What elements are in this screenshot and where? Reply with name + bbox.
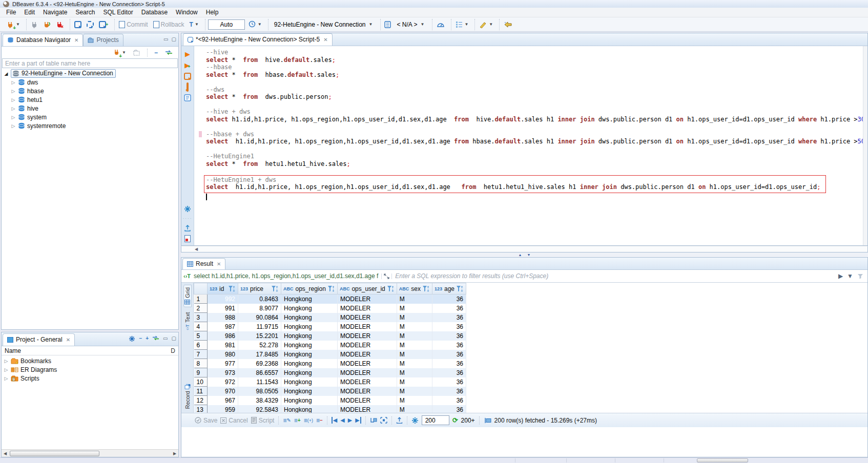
tree-item-connection-root[interactable]: ◢92-HetuEngine - New Connection [2, 69, 178, 78]
filter-sort-icon[interactable] [423, 286, 430, 292]
expander-icon[interactable]: ▷ [11, 97, 16, 102]
collapse-all-icon[interactable]: − [139, 335, 142, 342]
table-row[interactable]: 698152.278HongkongMODELERM36 [194, 341, 466, 350]
table-row[interactable]: 29918.9077HongkongMODELERM36 [194, 304, 466, 313]
maximize-panel-icon[interactable]: ▢ [172, 36, 176, 42]
table-filter-input[interactable]: Enter a part of table name here [2, 58, 178, 68]
cancel-button[interactable]: Cancel [220, 417, 247, 424]
gear-icon[interactable] [129, 335, 135, 342]
gear-icon[interactable] [184, 205, 191, 213]
cell-age[interactable]: 36 [432, 368, 466, 377]
export-data-icon[interactable] [396, 417, 403, 424]
schema-selector[interactable]: < N/A > ▼ [394, 20, 427, 29]
row-number[interactable]: 4 [194, 322, 208, 331]
cell-age[interactable]: 36 [432, 359, 466, 368]
row-number[interactable]: 8 [194, 359, 208, 368]
execute-script-icon[interactable] [184, 73, 191, 80]
cell-ops_user_id[interactable]: MODELER [337, 350, 397, 359]
cell-sex[interactable]: M [397, 387, 432, 396]
fetch-more-label[interactable]: 200+ [461, 417, 475, 424]
tree-item-database-hbase[interactable]: ▷hbase [2, 87, 178, 95]
tasks-list-button[interactable]: ▼ [454, 20, 470, 29]
script-button[interactable]: Script [251, 417, 275, 424]
minimize-panel-icon[interactable]: ▭ [163, 36, 168, 42]
link-with-editor-button[interactable] [163, 49, 174, 56]
commit-button[interactable]: Commit [117, 20, 149, 29]
cell-id[interactable]: 972 [208, 377, 238, 387]
transaction-history-button[interactable]: ▼ [247, 19, 263, 29]
view-tab-record[interactable]: Record [184, 382, 191, 411]
recent-sql-editor-button[interactable] [85, 20, 95, 29]
cell-ops_region[interactable]: Hongkong [281, 304, 338, 313]
expander-icon[interactable]: ▷ [4, 359, 9, 364]
column-header-price[interactable]: 123price [238, 283, 281, 294]
menu-database[interactable]: Database [137, 8, 172, 17]
scroll-right-icon[interactable]: ▶ [171, 451, 178, 456]
scrollbar-thumb[interactable] [10, 451, 99, 456]
link-with-editor-icon[interactable] [152, 335, 159, 342]
cell-ops_user_id[interactable]: MODELER [337, 396, 397, 405]
cell-ops_region[interactable]: Hongkong [281, 313, 338, 322]
cell-id[interactable]: 981 [208, 341, 238, 350]
cell-ops_user_id[interactable]: MODELER [337, 322, 397, 331]
sql-format-button[interactable]: ▼ [478, 20, 494, 29]
last-row-icon[interactable]: ▶ [355, 417, 361, 424]
disconnect-button[interactable] [54, 20, 65, 29]
cell-ops_user_id[interactable]: MODELER [337, 313, 397, 322]
cell-ops_region[interactable]: Hongkong [281, 387, 338, 396]
row-number[interactable]: 12 [194, 396, 208, 405]
row-number[interactable]: 7 [194, 350, 208, 359]
tab-sql-editor[interactable]: *<92-HetuEngine - New Connection> Script… [183, 33, 333, 46]
cell-price[interactable]: 52.278 [238, 341, 281, 350]
cell-id[interactable]: 973 [208, 368, 238, 377]
menu-search[interactable]: Search [71, 8, 99, 17]
cell-sex[interactable]: M [397, 304, 432, 313]
expander-icon[interactable]: ▷ [11, 89, 16, 94]
execute-statement-icon[interactable]: ▶ [185, 50, 190, 58]
filter-expression-input[interactable]: Enter a SQL expression to filter results… [395, 272, 835, 280]
cell-age[interactable]: 36 [432, 350, 466, 359]
row-number[interactable]: 2 [194, 304, 208, 313]
cell-ops_region[interactable]: Hongkong [281, 396, 338, 405]
back-navigation-button[interactable] [502, 20, 514, 29]
sql-editor[interactable]: ▶ ▶+ ···· --hiveselect * from hive.defau… [181, 46, 868, 246]
cell-price[interactable]: 0.8463 [238, 294, 281, 304]
row-number[interactable]: 9 [194, 368, 208, 377]
cell-ops_region[interactable]: Hongkong [281, 368, 338, 377]
cell-age[interactable]: 36 [432, 377, 466, 387]
refresh-icon[interactable]: ⟳ [452, 416, 458, 424]
grid-corner-header[interactable] [194, 283, 208, 294]
scroll-left-icon[interactable]: ◀ [2, 451, 9, 456]
cell-ops_user_id[interactable]: MODELER [337, 331, 397, 341]
panels-icon[interactable] [380, 417, 387, 424]
menu-help[interactable]: Help [202, 8, 223, 17]
maximize-panel-icon[interactable]: ▢ [172, 335, 176, 342]
menu-navigate[interactable]: Navigate [39, 8, 71, 17]
previous-row-icon[interactable]: ◀ [340, 417, 344, 424]
gear-icon[interactable] [411, 417, 419, 424]
cell-sex[interactable]: M [397, 341, 432, 350]
reconnect-button[interactable] [42, 20, 52, 29]
cell-id[interactable]: 980 [208, 350, 238, 359]
table-row[interactable]: 1395992.5843HongkongMODELERM36 [194, 405, 466, 413]
column-header-sex[interactable]: ABCsex [397, 283, 432, 294]
cell-id[interactable]: 988 [208, 313, 238, 322]
cell-id[interactable]: 959 [208, 405, 238, 413]
project-item-er-diagrams[interactable]: ▷ER Diagrams [2, 365, 178, 374]
expander-icon[interactable]: ◢ [4, 71, 9, 76]
cell-sex[interactable]: M [397, 294, 432, 304]
cell-sex[interactable]: M [397, 396, 432, 405]
toggle-record-mode-icon[interactable] [370, 417, 377, 424]
cell-age[interactable]: 36 [432, 304, 466, 313]
cell-sex[interactable]: M [397, 368, 432, 377]
execute-script-new-tab-icon[interactable] [187, 83, 189, 91]
cell-ops_region[interactable]: Hongkong [281, 350, 338, 359]
cell-ops_user_id[interactable]: MODELER [337, 304, 397, 313]
autocommit-mode-box[interactable]: Auto [208, 19, 245, 30]
project-item-bookmarks[interactable]: ▷Bookmarks [2, 356, 178, 365]
column-header-age[interactable]: 123age [432, 283, 466, 294]
cell-price[interactable]: 11.1543 [238, 377, 281, 387]
cell-ops_region[interactable]: Hongkong [281, 405, 338, 413]
close-icon[interactable]: ✕ [217, 261, 221, 267]
table-row[interactable]: 1197098.0505HongkongMODELERM36 [194, 387, 466, 396]
